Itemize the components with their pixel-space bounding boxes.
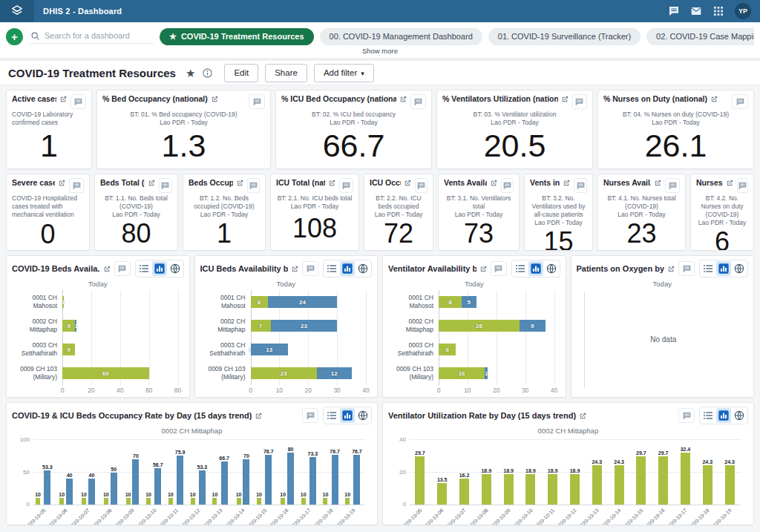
bar-segment[interactable]: 9 <box>62 320 75 332</box>
bar-segment[interactable]: 8 <box>439 296 462 308</box>
bar[interactable] <box>59 498 64 505</box>
bar[interactable] <box>504 474 514 505</box>
map-view-icon[interactable] <box>732 261 747 276</box>
star-icon[interactable]: ★ <box>186 68 195 79</box>
map-view-icon[interactable] <box>732 408 747 423</box>
chart-view-icon[interactable] <box>340 261 355 276</box>
table-view-icon[interactable] <box>701 261 715 276</box>
bar[interactable] <box>146 498 151 505</box>
open-in-app-icon[interactable] <box>236 179 244 187</box>
dashboard-chip[interactable]: ★COVID-19 Treatment Resources <box>160 28 314 45</box>
edit-button[interactable]: Edit <box>224 64 258 82</box>
bar[interactable] <box>459 479 469 505</box>
bar[interactable] <box>212 498 217 505</box>
bar[interactable] <box>36 498 40 505</box>
bar[interactable] <box>66 479 73 505</box>
bar[interactable] <box>681 453 690 505</box>
interpretations-button[interactable] <box>574 178 587 193</box>
table-view-icon[interactable] <box>701 408 715 423</box>
bar[interactable] <box>548 474 557 505</box>
bar[interactable] <box>243 459 249 505</box>
bar[interactable] <box>287 453 294 505</box>
interpretations-button[interactable] <box>302 408 318 423</box>
bar-segment[interactable]: 28 <box>439 320 520 332</box>
dashboard-chip[interactable]: 00. COVID-19 Management Dashboard <box>320 28 482 45</box>
open-in-app-icon[interactable] <box>291 265 299 273</box>
apps-menu-icon[interactable] <box>712 5 724 17</box>
open-in-app-icon[interactable] <box>328 179 336 187</box>
interpretations-button[interactable] <box>678 408 695 423</box>
bar-segment[interactable]: 23 <box>271 320 337 332</box>
chart-view-icon[interactable] <box>152 261 167 276</box>
interpretations-button[interactable] <box>71 94 86 109</box>
bar-segment[interactable]: 24 <box>268 296 337 308</box>
interpretations-button[interactable] <box>247 178 260 193</box>
bar[interactable] <box>132 459 139 505</box>
bar[interactable] <box>199 470 206 505</box>
open-in-app-icon[interactable] <box>579 412 587 420</box>
chart-view-icon[interactable] <box>716 261 731 276</box>
bar[interactable] <box>482 474 491 505</box>
share-button[interactable]: Share <box>265 64 307 82</box>
new-dashboard-button[interactable]: + <box>6 28 23 45</box>
interpretations-button[interactable] <box>114 261 131 276</box>
bar[interactable] <box>570 474 580 505</box>
bar[interactable] <box>525 474 535 505</box>
map-view-icon[interactable] <box>544 261 559 276</box>
bar-segment[interactable]: 6 <box>439 344 456 355</box>
bar-segment[interactable]: 5 <box>462 296 476 308</box>
bar[interactable] <box>111 473 117 505</box>
bar-segment[interactable]: 7 <box>251 320 271 332</box>
open-in-app-icon[interactable] <box>490 179 498 187</box>
bar[interactable] <box>82 498 86 505</box>
bar[interactable] <box>323 498 327 505</box>
table-view-icon[interactable] <box>513 261 528 276</box>
bar-segment[interactable]: 23 <box>251 367 317 379</box>
table-view-icon[interactable] <box>324 261 339 276</box>
open-in-app-icon[interactable] <box>404 179 412 187</box>
bar[interactable] <box>154 468 161 505</box>
bar[interactable] <box>191 498 195 505</box>
open-in-app-icon[interactable] <box>255 412 263 420</box>
bar[interactable] <box>104 498 108 505</box>
show-more-link[interactable]: Show more <box>0 47 760 58</box>
open-in-app-icon[interactable] <box>399 95 407 103</box>
bar[interactable] <box>177 456 183 505</box>
bar[interactable] <box>265 455 272 505</box>
bar[interactable] <box>353 455 360 505</box>
search-input[interactable] <box>45 31 148 40</box>
dashboard-chip[interactable]: 01. COVID-19 Surveillance (Tracker) <box>488 28 641 45</box>
map-view-icon[interactable] <box>356 261 370 276</box>
dhis2-logo[interactable] <box>0 0 34 22</box>
interpretations-button[interactable] <box>159 178 172 193</box>
interpretations-button[interactable] <box>491 261 507 276</box>
bar-segment[interactable]: 1 <box>62 296 64 308</box>
bar-segment[interactable]: 13 <box>251 344 289 355</box>
open-in-app-icon[interactable] <box>103 265 111 273</box>
open-in-app-icon[interactable] <box>479 265 488 273</box>
bar-segment[interactable]: 9 <box>62 344 75 355</box>
bar[interactable] <box>44 470 50 505</box>
bar[interactable] <box>437 483 447 505</box>
dashboard-search[interactable] <box>29 30 154 44</box>
bar[interactable] <box>88 479 95 505</box>
avatar[interactable]: YP <box>735 3 751 19</box>
interpretations-button[interactable] <box>501 178 514 193</box>
bar[interactable] <box>415 456 425 505</box>
bar[interactable] <box>345 498 350 505</box>
open-in-app-icon[interactable] <box>211 95 219 103</box>
interpretations-button[interactable] <box>678 261 695 276</box>
table-view-icon[interactable] <box>137 261 151 276</box>
bar[interactable] <box>126 498 131 505</box>
bar[interactable] <box>221 462 228 505</box>
interpretations-button[interactable] <box>339 178 353 193</box>
open-in-app-icon[interactable] <box>58 179 66 187</box>
bar-segment[interactable]: 1 <box>485 367 488 379</box>
interpretations-button[interactable] <box>572 94 587 109</box>
interpretations-button[interactable] <box>737 178 748 193</box>
messages-icon[interactable] <box>690 5 702 17</box>
bar[interactable] <box>703 465 712 505</box>
interpretations-button[interactable] <box>302 261 318 276</box>
bar-segment[interactable]: 9 <box>520 320 546 332</box>
map-view-icon[interactable] <box>168 261 183 276</box>
